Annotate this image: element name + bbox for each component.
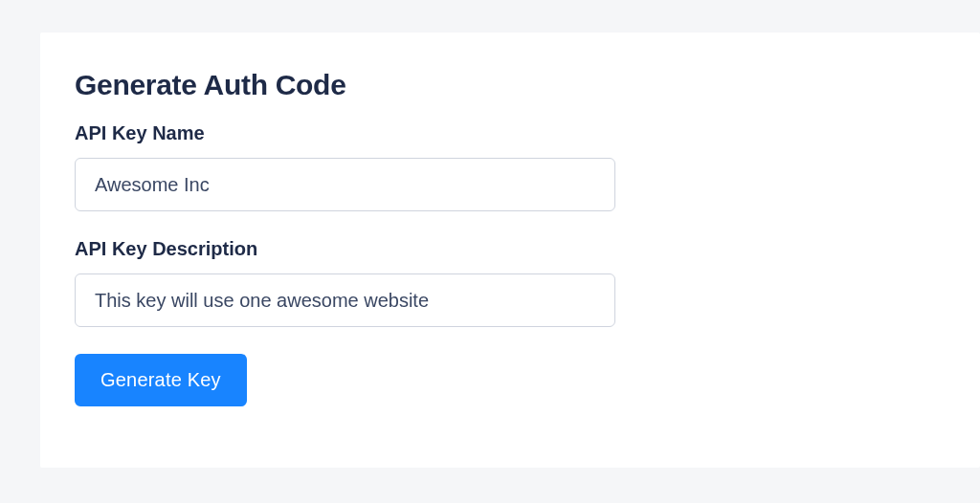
generate-auth-code-card: Generate Auth Code API Key Name API Key … [40,33,980,468]
api-key-name-label: API Key Name [75,122,946,144]
api-key-description-field: API Key Description [75,238,946,327]
api-key-description-input[interactable] [75,273,615,327]
generate-key-button[interactable]: Generate Key [75,354,247,406]
api-key-description-label: API Key Description [75,238,946,260]
page-title: Generate Auth Code [75,69,946,101]
api-key-name-input[interactable] [75,158,615,211]
api-key-name-field: API Key Name [75,122,946,211]
